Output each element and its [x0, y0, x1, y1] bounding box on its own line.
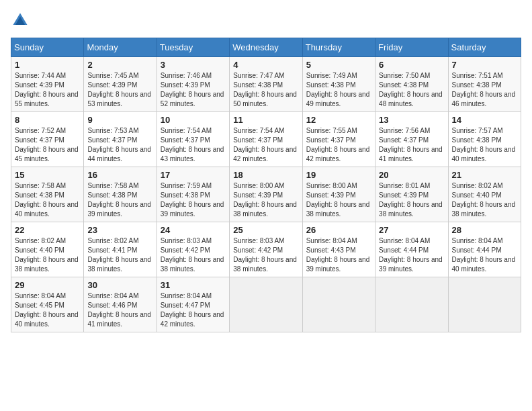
calendar-day-cell: 3 Sunrise: 7:46 AMSunset: 4:39 PMDayligh…	[157, 57, 229, 112]
day-info: Sunrise: 7:45 AMSunset: 4:39 PMDaylight:…	[87, 72, 151, 107]
day-info: Sunrise: 8:04 AMSunset: 4:46 PMDaylight:…	[87, 292, 151, 328]
calendar-day-cell: 2 Sunrise: 7:45 AMSunset: 4:39 PMDayligh…	[84, 57, 157, 112]
day-number: 19	[306, 170, 371, 180]
calendar-day-cell: 7 Sunrise: 7:51 AMSunset: 4:38 PMDayligh…	[448, 57, 521, 112]
day-number: 13	[379, 115, 444, 125]
day-info: Sunrise: 7:57 AMSunset: 4:38 PMDaylight:…	[452, 127, 516, 163]
day-info: Sunrise: 7:54 AMSunset: 4:37 PMDaylight:…	[161, 127, 224, 163]
weekday-header: Wednesday	[230, 38, 302, 57]
day-number: 21	[452, 170, 517, 180]
calendar-day-cell: 5 Sunrise: 7:49 AMSunset: 4:38 PMDayligh…	[302, 57, 375, 112]
day-number: 4	[233, 60, 298, 70]
day-number: 23	[87, 225, 152, 235]
calendar-day-cell: 17 Sunrise: 7:59 AMSunset: 4:38 PMDaylig…	[157, 167, 229, 222]
page-header	[11, 11, 521, 30]
day-number: 20	[379, 170, 444, 180]
calendar-day-cell: 9 Sunrise: 7:53 AMSunset: 4:37 PMDayligh…	[84, 112, 157, 167]
calendar-day-cell: 4 Sunrise: 7:47 AMSunset: 4:38 PMDayligh…	[230, 57, 302, 112]
day-info: Sunrise: 7:54 AMSunset: 4:37 PMDaylight:…	[233, 127, 297, 163]
day-info: Sunrise: 8:04 AMSunset: 4:44 PMDaylight:…	[452, 237, 516, 273]
day-info: Sunrise: 8:03 AMSunset: 4:42 PMDaylight:…	[233, 237, 297, 273]
day-info: Sunrise: 7:49 AMSunset: 4:38 PMDaylight:…	[306, 72, 370, 107]
calendar-week-row: 15 Sunrise: 7:58 AMSunset: 4:38 PMDaylig…	[11, 167, 521, 222]
calendar-day-cell: 27 Sunrise: 8:04 AMSunset: 4:44 PMDaylig…	[375, 222, 448, 277]
day-number: 7	[452, 60, 517, 70]
calendar-day-cell: 1 Sunrise: 7:44 AMSunset: 4:39 PMDayligh…	[11, 57, 84, 112]
day-info: Sunrise: 7:52 AMSunset: 4:37 PMDaylight:…	[15, 127, 79, 163]
calendar-day-cell: 25 Sunrise: 8:03 AMSunset: 4:42 PMDaylig…	[230, 222, 302, 277]
day-info: Sunrise: 8:02 AMSunset: 4:41 PMDaylight:…	[87, 237, 151, 273]
weekday-header-row: SundayMondayTuesdayWednesdayThursdayFrid…	[11, 38, 521, 57]
day-info: Sunrise: 7:53 AMSunset: 4:37 PMDaylight:…	[87, 127, 151, 163]
day-info: Sunrise: 8:00 AMSunset: 4:39 PMDaylight:…	[233, 182, 297, 218]
day-number: 27	[379, 225, 444, 235]
day-info: Sunrise: 8:00 AMSunset: 4:39 PMDaylight:…	[306, 182, 370, 218]
day-number: 15	[15, 170, 80, 180]
calendar-day-cell: 13 Sunrise: 7:56 AMSunset: 4:37 PMDaylig…	[375, 112, 448, 167]
calendar-table: SundayMondayTuesdayWednesdayThursdayFrid…	[11, 38, 521, 332]
calendar-week-row: 22 Sunrise: 8:02 AMSunset: 4:40 PMDaylig…	[11, 222, 521, 277]
calendar-day-cell: 28 Sunrise: 8:04 AMSunset: 4:44 PMDaylig…	[448, 222, 521, 277]
calendar-day-cell	[448, 277, 521, 332]
day-info: Sunrise: 8:02 AMSunset: 4:40 PMDaylight:…	[15, 237, 79, 273]
day-number: 10	[161, 115, 226, 125]
calendar-day-cell: 8 Sunrise: 7:52 AMSunset: 4:37 PMDayligh…	[11, 112, 84, 167]
day-info: Sunrise: 7:50 AMSunset: 4:38 PMDaylight:…	[379, 72, 443, 107]
day-number: 8	[15, 115, 80, 125]
day-number: 3	[161, 60, 226, 70]
day-info: Sunrise: 7:56 AMSunset: 4:37 PMDaylight:…	[379, 127, 443, 163]
day-number: 16	[87, 170, 152, 180]
day-number: 28	[452, 225, 517, 235]
calendar-day-cell: 23 Sunrise: 8:02 AMSunset: 4:41 PMDaylig…	[84, 222, 157, 277]
calendar-week-row: 29 Sunrise: 8:04 AMSunset: 4:45 PMDaylig…	[11, 277, 521, 332]
calendar-day-cell	[302, 277, 375, 332]
calendar-week-row: 1 Sunrise: 7:44 AMSunset: 4:39 PMDayligh…	[11, 57, 521, 112]
calendar-day-cell: 11 Sunrise: 7:54 AMSunset: 4:37 PMDaylig…	[230, 112, 302, 167]
calendar-day-cell: 12 Sunrise: 7:55 AMSunset: 4:37 PMDaylig…	[302, 112, 375, 167]
day-info: Sunrise: 7:55 AMSunset: 4:37 PMDaylight:…	[306, 127, 370, 163]
calendar-day-cell: 31 Sunrise: 8:04 AMSunset: 4:47 PMDaylig…	[157, 277, 229, 332]
day-number: 18	[233, 170, 298, 180]
calendar-day-cell: 18 Sunrise: 8:00 AMSunset: 4:39 PMDaylig…	[230, 167, 302, 222]
logo-icon	[11, 11, 30, 30]
calendar-day-cell: 20 Sunrise: 8:01 AMSunset: 4:39 PMDaylig…	[375, 167, 448, 222]
calendar-day-cell: 14 Sunrise: 7:57 AMSunset: 4:38 PMDaylig…	[448, 112, 521, 167]
calendar-day-cell	[230, 277, 302, 332]
calendar-day-cell: 15 Sunrise: 7:58 AMSunset: 4:38 PMDaylig…	[11, 167, 84, 222]
day-info: Sunrise: 8:01 AMSunset: 4:39 PMDaylight:…	[379, 182, 443, 218]
day-number: 17	[161, 170, 226, 180]
calendar-day-cell: 16 Sunrise: 7:58 AMSunset: 4:38 PMDaylig…	[84, 167, 157, 222]
calendar-day-cell: 30 Sunrise: 8:04 AMSunset: 4:46 PMDaylig…	[84, 277, 157, 332]
calendar-day-cell: 6 Sunrise: 7:50 AMSunset: 4:38 PMDayligh…	[375, 57, 448, 112]
day-info: Sunrise: 8:03 AMSunset: 4:42 PMDaylight:…	[161, 237, 224, 273]
day-info: Sunrise: 7:58 AMSunset: 4:38 PMDaylight:…	[15, 182, 79, 218]
day-number: 6	[379, 60, 444, 70]
day-number: 29	[15, 280, 80, 290]
day-info: Sunrise: 7:44 AMSunset: 4:39 PMDaylight:…	[15, 72, 79, 107]
day-number: 12	[306, 115, 371, 125]
day-info: Sunrise: 8:02 AMSunset: 4:40 PMDaylight:…	[452, 182, 516, 218]
day-info: Sunrise: 7:58 AMSunset: 4:38 PMDaylight:…	[87, 182, 151, 218]
day-number: 5	[306, 60, 371, 70]
day-info: Sunrise: 8:04 AMSunset: 4:47 PMDaylight:…	[161, 292, 224, 328]
calendar-day-cell: 26 Sunrise: 8:04 AMSunset: 4:43 PMDaylig…	[302, 222, 375, 277]
day-info: Sunrise: 7:47 AMSunset: 4:38 PMDaylight:…	[233, 72, 297, 107]
calendar-day-cell: 29 Sunrise: 8:04 AMSunset: 4:45 PMDaylig…	[11, 277, 84, 332]
day-number: 9	[87, 115, 152, 125]
calendar-day-cell: 22 Sunrise: 8:02 AMSunset: 4:40 PMDaylig…	[11, 222, 84, 277]
day-info: Sunrise: 7:46 AMSunset: 4:39 PMDaylight:…	[161, 72, 224, 107]
calendar-day-cell: 10 Sunrise: 7:54 AMSunset: 4:37 PMDaylig…	[157, 112, 229, 167]
logo	[11, 11, 32, 30]
weekday-header: Friday	[375, 38, 448, 57]
day-info: Sunrise: 7:59 AMSunset: 4:38 PMDaylight:…	[161, 182, 224, 218]
day-info: Sunrise: 7:51 AMSunset: 4:38 PMDaylight:…	[452, 72, 516, 107]
day-number: 11	[233, 115, 298, 125]
weekday-header: Saturday	[448, 38, 521, 57]
weekday-header: Sunday	[11, 38, 84, 57]
calendar-day-cell: 19 Sunrise: 8:00 AMSunset: 4:39 PMDaylig…	[302, 167, 375, 222]
day-info: Sunrise: 8:04 AMSunset: 4:44 PMDaylight:…	[379, 237, 443, 273]
weekday-header: Tuesday	[157, 38, 229, 57]
weekday-header: Monday	[84, 38, 157, 57]
day-number: 25	[233, 225, 298, 235]
day-number: 1	[15, 60, 80, 70]
